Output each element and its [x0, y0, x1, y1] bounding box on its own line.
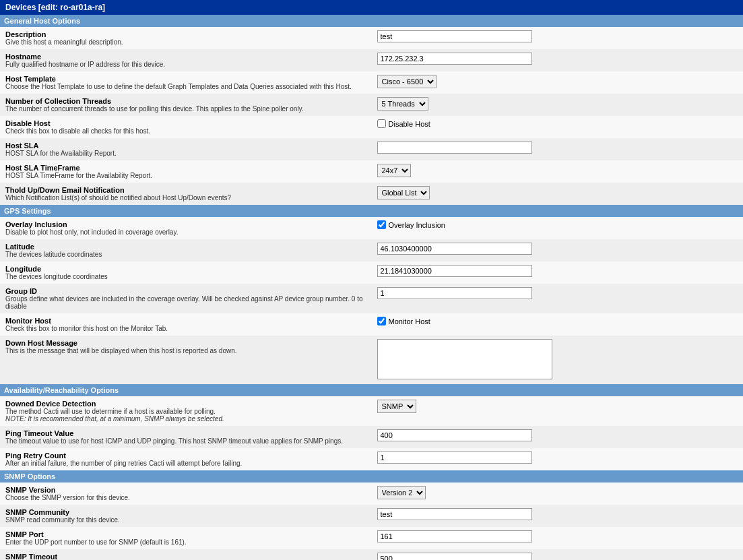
latitude-input[interactable]	[377, 243, 532, 255]
snmp-options-header: SNMP Options	[0, 470, 743, 483]
snmp-community-input-cell	[372, 505, 744, 527]
overlay-inclusion-label: Overlay Inclusion Disable to plot host o…	[0, 217, 372, 239]
table-row: Number of Collection Threads The number …	[0, 94, 743, 116]
thold-notification-input-cell: Global List	[372, 183, 744, 205]
down-host-message-label: Down Host Message This is the message th…	[0, 336, 372, 384]
gps-settings-table: Overlay Inclusion Disable to plot host o…	[0, 217, 743, 384]
monitor-host-checkbox[interactable]	[377, 317, 386, 325]
host-sla-timeframe-select[interactable]: 24x7	[377, 164, 411, 177]
table-row: Disable Host Check this box to disable a…	[0, 116, 743, 138]
disable-host-checkbox-label: Disable Host	[377, 119, 738, 128]
down-host-message-textarea[interactable]	[377, 339, 552, 379]
availability-options-table: Downed Device Detection The method Cacti…	[0, 396, 743, 470]
host-template-input-cell: Cisco - 6500	[372, 71, 744, 94]
table-row: Host SLA TimeFrame HOST SLA TimeFrame fo…	[0, 160, 743, 183]
ping-timeout-input[interactable]	[377, 429, 532, 441]
latitude-input-cell	[372, 239, 744, 261]
host-template-label: Host Template Choose the Host Template t…	[0, 71, 372, 94]
hostname-label: Hostname Fully qualified hostname or IP …	[0, 49, 372, 71]
group-id-input-cell	[372, 284, 744, 313]
gps-settings-section: GPS Settings Overlay Inclusion Disable t…	[0, 205, 743, 384]
table-row: Overlay Inclusion Disable to plot host o…	[0, 217, 743, 239]
downed-device-input-cell: SNMP	[372, 396, 744, 426]
host-sla-label: Host SLA HOST SLA for the Availability R…	[0, 138, 372, 160]
monitor-host-label: Monitor Host Check this box to monitor t…	[0, 313, 372, 336]
gps-settings-header: GPS Settings	[0, 205, 743, 217]
table-row: SNMP Port Enter the UDP port number to u…	[0, 527, 743, 549]
title-bar: Devices [edit: ro-ar01a-ra]	[0, 0, 743, 15]
ping-retry-input-cell	[372, 448, 744, 470]
host-template-select[interactable]: Cisco - 6500	[377, 75, 437, 88]
general-host-options-table: Description Give this host a meaningful …	[0, 27, 743, 205]
ping-retry-input[interactable]	[377, 452, 532, 464]
table-row: Hostname Fully qualified hostname or IP …	[0, 49, 743, 71]
table-row: Latitude The devices latitude coordinate…	[0, 239, 743, 261]
ping-retry-label: Ping Retry Count After an initial failur…	[0, 448, 372, 470]
description-label: Description Give this host a meaningful …	[0, 27, 372, 49]
disable-host-input-cell: Disable Host	[372, 116, 744, 138]
table-row: Ping Retry Count After an initial failur…	[0, 448, 743, 470]
snmp-port-label: SNMP Port Enter the UDP port number to u…	[0, 527, 372, 549]
availability-options-section: Availability/Reachability Options Downed…	[0, 384, 743, 470]
hostname-input-cell	[372, 49, 744, 71]
snmp-version-label: SNMP Version Choose the SNMP version for…	[0, 483, 372, 505]
snmp-community-input[interactable]	[377, 508, 532, 520]
collection-threads-select[interactable]: 5 Threads	[377, 97, 428, 111]
snmp-version-select[interactable]: Version 2	[377, 486, 426, 499]
downed-device-label: Downed Device Detection The method Cacti…	[0, 396, 372, 426]
thold-notification-label: Thold Up/Down Email Notification Which N…	[0, 183, 372, 205]
ping-timeout-label: Ping Timeout Value The timeout value to …	[0, 426, 372, 448]
collection-threads-label: Number of Collection Threads The number …	[0, 94, 372, 116]
table-row: Down Host Message This is the message th…	[0, 336, 743, 384]
overlay-inclusion-checkbox-label: Overlay Inclusion	[377, 220, 738, 229]
overlay-inclusion-checkbox[interactable]	[377, 220, 386, 229]
table-row: SNMP Timeout The maximum number of milli…	[0, 549, 743, 560]
table-row: Thold Up/Down Email Notification Which N…	[0, 183, 743, 205]
host-sla-input[interactable]	[377, 142, 532, 154]
snmp-timeout-label: SNMP Timeout The maximum number of milli…	[0, 549, 372, 560]
longitude-label: Longitude The devices longitude coordina…	[0, 261, 372, 284]
longitude-input[interactable]	[377, 265, 532, 277]
host-sla-timeframe-label: Host SLA TimeFrame HOST SLA TimeFrame fo…	[0, 160, 372, 183]
hostname-input[interactable]	[377, 53, 532, 65]
table-row: Monitor Host Check this box to monitor t…	[0, 313, 743, 336]
table-row: Host SLA HOST SLA for the Availability R…	[0, 138, 743, 160]
longitude-input-cell	[372, 261, 744, 284]
downed-device-select[interactable]: SNMP	[377, 400, 416, 413]
snmp-timeout-input[interactable]	[377, 553, 532, 560]
host-sla-input-cell	[372, 138, 744, 160]
general-host-options-header: General Host Options	[0, 15, 743, 27]
availability-options-header: Availability/Reachability Options	[0, 384, 743, 396]
table-row: SNMP Version Choose the SNMP version for…	[0, 483, 743, 505]
description-input-cell	[372, 27, 744, 49]
group-id-label: Group ID Groups define what devices are …	[0, 284, 372, 313]
snmp-port-input-cell	[372, 527, 744, 549]
table-row: SNMP Community SNMP read community for t…	[0, 505, 743, 527]
collection-threads-input-cell: 5 Threads	[372, 94, 744, 116]
snmp-version-input-cell: Version 2	[372, 483, 744, 505]
snmp-options-table: SNMP Version Choose the SNMP version for…	[0, 483, 743, 560]
thold-notification-select[interactable]: Global List	[377, 186, 430, 199]
snmp-port-input[interactable]	[377, 530, 532, 542]
latitude-label: Latitude The devices latitude coordinate…	[0, 239, 372, 261]
table-row: Group ID Groups define what devices are …	[0, 284, 743, 313]
down-host-message-input-cell	[372, 336, 744, 384]
snmp-options-section: SNMP Options SNMP Version Choose the SNM…	[0, 470, 743, 560]
table-row: Downed Device Detection The method Cacti…	[0, 396, 743, 426]
monitor-host-input-cell: Monitor Host	[372, 313, 744, 336]
monitor-host-checkbox-label: Monitor Host	[377, 317, 738, 325]
snmp-timeout-input-cell	[372, 549, 744, 560]
description-input[interactable]	[377, 30, 532, 42]
overlay-inclusion-input-cell: Overlay Inclusion	[372, 217, 744, 239]
general-host-options-section: General Host Options Description Give th…	[0, 15, 743, 205]
table-row: Longitude The devices longitude coordina…	[0, 261, 743, 284]
title-text: Devices [edit: ro-ar01a-ra]	[5, 3, 105, 12]
snmp-community-label: SNMP Community SNMP read community for t…	[0, 505, 372, 527]
ping-timeout-input-cell	[372, 426, 744, 448]
disable-host-label: Disable Host Check this box to disable a…	[0, 116, 372, 138]
disable-host-checkbox[interactable]	[377, 119, 386, 128]
host-sla-timeframe-input-cell: 24x7	[372, 160, 744, 183]
group-id-input[interactable]	[377, 287, 532, 299]
table-row: Description Give this host a meaningful …	[0, 27, 743, 49]
table-row: Host Template Choose the Host Template t…	[0, 71, 743, 94]
